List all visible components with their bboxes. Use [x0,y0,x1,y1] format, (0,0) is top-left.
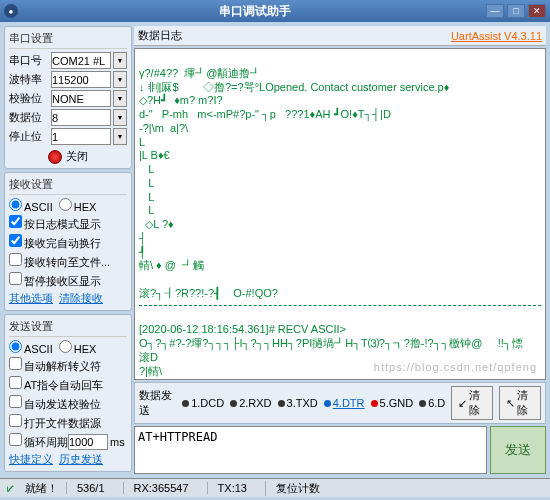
stopbits-select[interactable] [51,128,111,145]
send-head-title: 数据发送 [139,388,176,418]
send-hex-radio[interactable]: HEX [59,340,97,355]
send-panel-title: 发送设置 [9,319,127,337]
baud-select[interactable] [51,71,111,88]
baud-label: 波特率 [9,72,49,87]
port-status-icon [48,150,62,164]
clear-up-button[interactable]: ↖清除 [499,386,541,420]
status-rx: RX:365547 [123,482,199,494]
close-port-button[interactable]: 关闭 [9,149,127,164]
send-file-check[interactable]: 打开文件数据源 [9,414,101,431]
stopbits-label: 停止位 [9,129,49,144]
recv-hex-radio[interactable]: HEX [59,198,97,213]
maximize-button[interactable]: □ [507,4,525,18]
send-period-input[interactable] [68,434,108,450]
close-window-button[interactable]: ✕ [528,4,546,18]
com-label: 串口号 [9,53,49,68]
version-link[interactable]: UartAssist V4.3.11 [451,30,542,42]
status-ready-icon: 🗸 [4,481,17,496]
send-textarea[interactable]: AT+HTTPREAD [134,426,487,474]
status-reset[interactable]: 复位计数 [265,481,330,496]
databits-select[interactable] [51,109,111,126]
com-dropdown-icon[interactable]: ▼ [113,52,127,69]
recv-other-link[interactable]: 其他选项 [9,291,53,306]
baud-dropdown-icon[interactable]: ▼ [113,71,127,88]
databits-dropdown-icon[interactable]: ▼ [113,109,127,126]
pin-txd: 3.TXD [278,397,318,409]
recv-tofile-check[interactable]: 接收转向至文件... [9,253,110,270]
pin-rxd: 2.RXD [230,397,271,409]
recv-clear-link[interactable]: 清除接收 [59,291,103,306]
recv-pause-check[interactable]: 暂停接收区显示 [9,272,101,289]
send-atcr-check[interactable]: AT指令自动回车 [9,376,103,393]
status-tx: TX:13 [207,482,257,494]
com-select[interactable] [51,52,111,69]
clear-up-icon: ↖ [506,397,515,410]
send-history-link[interactable]: 历史发送 [59,452,103,467]
recv-settings-panel: 接收设置 ASCII HEX 按日志模式显示 接收完自动换行 接收转向至文件..… [4,172,132,311]
watermark: https://blog.csdn.net/qpfeng [374,361,537,375]
pin-dcd: 1.DCD [182,397,224,409]
minimize-button[interactable]: — [486,4,504,18]
clear-down-button[interactable]: ↙清除 [451,386,493,420]
log-area[interactable]: γ?/#4?? 堚┛@顜迪撸┛ ↓ 剕|厤$ ◇撸?=?咢°LOpened. C… [134,48,546,380]
send-button[interactable]: 发送 [490,426,546,474]
status-counter: 536/1 [66,482,115,494]
recv-ascii-radio[interactable]: ASCII [9,198,53,213]
pin-gnd: 5.GND [371,397,414,409]
send-checksum-check[interactable]: 自动发送校验位 [9,395,101,412]
port-settings-panel: 串口设置 串口号▼ 波特率▼ 校验位▼ 数据位▼ 停止位▼ 关闭 [4,26,132,169]
databits-label: 数据位 [9,110,49,125]
pin-6d: 6.D [419,397,445,409]
send-period-check[interactable]: 循环周期 [9,433,68,450]
parity-label: 校验位 [9,91,49,106]
parity-dropdown-icon[interactable]: ▼ [113,90,127,107]
stopbits-dropdown-icon[interactable]: ▼ [113,128,127,145]
recv-log-mode-check[interactable]: 按日志模式显示 [9,215,101,232]
recv-panel-title: 接收设置 [9,177,127,195]
pin-dtr[interactable]: 4.DTR [324,397,365,409]
port-panel-title: 串口设置 [9,31,127,49]
log-head-title: 数据日志 [138,28,451,43]
window-title: 串口调试助手 [24,3,486,20]
clear-down-icon: ↙ [458,397,467,410]
send-ascii-radio[interactable]: ASCII [9,340,53,355]
app-icon: ● [4,4,18,18]
status-ready: 就绪！ [25,481,58,496]
send-quick-link[interactable]: 快捷定义 [9,452,53,467]
recv-autowrap-check[interactable]: 接收完自动换行 [9,234,101,251]
parity-select[interactable] [51,90,111,107]
send-escape-check[interactable]: 自动解析转义符 [9,357,101,374]
send-settings-panel: 发送设置 ASCII HEX 自动解析转义符 AT指令自动回车 自动发送校验位 … [4,314,132,472]
